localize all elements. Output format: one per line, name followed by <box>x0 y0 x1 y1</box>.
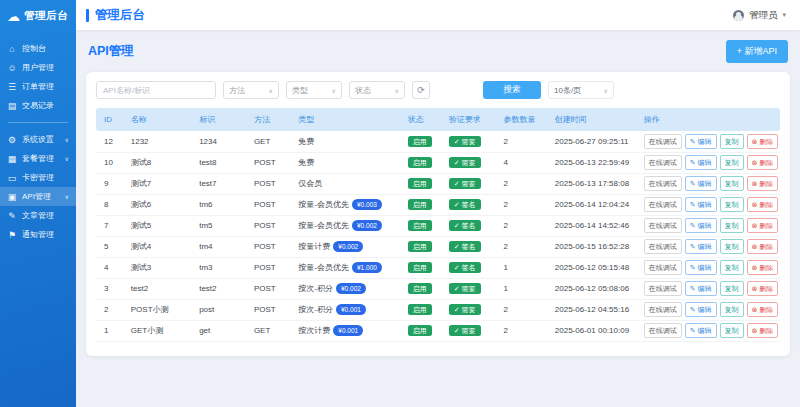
cell-status: 启用 <box>404 257 445 278</box>
debug-button[interactable]: 在线调试 <box>644 239 682 254</box>
reset-button[interactable]: ⟳ <box>412 81 430 99</box>
sidebar-item-transactions[interactable]: ▤交易记录 <box>0 96 76 115</box>
sidebar-item-dashboard[interactable]: ⌂控制台 <box>0 39 76 58</box>
cell-verify: ✓ 签名 <box>445 194 500 215</box>
sidebar-item-label: 套餐管理 <box>22 153 60 164</box>
sidebar-item-settings[interactable]: ⚙系统设置∨ <box>0 130 76 149</box>
cell-slug: test8 <box>195 152 250 173</box>
table-row: 7测试5tm5POST按量-会员优先¥0.002启用✓ 签名22025-06-1… <box>96 215 780 236</box>
search-input[interactable] <box>96 81 216 99</box>
column-header: 方法 <box>250 108 294 131</box>
edit-button[interactable]: ✎ 编辑 <box>685 134 717 149</box>
cell-method: POST <box>250 236 294 257</box>
copy-button[interactable]: 复制 <box>720 155 744 170</box>
debug-button[interactable]: 在线调试 <box>644 155 682 170</box>
cell-type: 按量-会员优先¥0.002 <box>294 215 403 236</box>
cell-verify: ✓ 签名 <box>445 236 500 257</box>
copy-button[interactable]: 复制 <box>720 323 744 338</box>
delete-button[interactable]: ⊗ 删除 <box>747 281 779 296</box>
delete-button[interactable]: ⊗ 删除 <box>747 323 779 338</box>
debug-button[interactable]: 在线调试 <box>644 218 682 233</box>
edit-button[interactable]: ✎ 编辑 <box>685 155 717 170</box>
cell-id: 8 <box>96 194 127 215</box>
cell-actions: 在线调试✎ 编辑复制⊗ 删除 <box>640 299 780 320</box>
cell-params: 2 <box>500 194 551 215</box>
copy-button[interactable]: 复制 <box>720 239 744 254</box>
cell-method: POST <box>250 173 294 194</box>
sidebar-item-api[interactable]: ▣API管理∨ <box>0 187 76 206</box>
sidebar-item-cards[interactable]: ▭卡密管理 <box>0 168 76 187</box>
reset-icon: ⟳ <box>417 85 425 95</box>
main-content: API管理 + 新增API 方法 ∨ 类型 ∨ 状态 ∨ ⟳ 搜索 10条/页 <box>76 30 800 407</box>
status-badge: 启用 <box>408 136 432 147</box>
cell-created: 2025-06-12 04:55:16 <box>551 299 640 320</box>
user-menu[interactable]: 管理员 ▾ <box>733 9 786 22</box>
cell-name: 测试4 <box>127 236 195 257</box>
cell-type: 免费 <box>294 152 403 173</box>
cell-verify: ✓ 签名 <box>445 257 500 278</box>
type-label: 免费 <box>298 157 314 168</box>
debug-button[interactable]: 在线调试 <box>644 260 682 275</box>
delete-button[interactable]: ⊗ 删除 <box>747 176 779 191</box>
edit-button[interactable]: ✎ 编辑 <box>685 197 717 212</box>
edit-button[interactable]: ✎ 编辑 <box>685 323 717 338</box>
edit-button[interactable]: ✎ 编辑 <box>685 176 717 191</box>
search-button[interactable]: 搜索 <box>483 81 541 99</box>
status-select[interactable]: 状态 ∨ <box>349 81 405 99</box>
notifications-icon: ⚑ <box>7 230 17 240</box>
cell-id: 1 <box>96 320 127 341</box>
delete-button[interactable]: ⊗ 删除 <box>747 134 779 149</box>
sidebar-item-users[interactable]: ☺用户管理 <box>0 58 76 77</box>
delete-button[interactable]: ⊗ 删除 <box>747 218 779 233</box>
edit-button[interactable]: ✎ 编辑 <box>685 239 717 254</box>
price-badge: ¥0.002 <box>333 241 363 252</box>
debug-button[interactable]: 在线调试 <box>644 176 682 191</box>
type-select[interactable]: 类型 ∨ <box>286 81 342 99</box>
edit-button[interactable]: ✎ 编辑 <box>685 260 717 275</box>
cell-params: 2 <box>500 173 551 194</box>
sidebar-item-orders[interactable]: ☰订单管理 <box>0 77 76 96</box>
sidebar-item-notifications[interactable]: ⚑通知管理 <box>0 225 76 244</box>
delete-button[interactable]: ⊗ 删除 <box>747 302 779 317</box>
copy-button[interactable]: 复制 <box>720 260 744 275</box>
copy-button[interactable]: 复制 <box>720 218 744 233</box>
copy-button[interactable]: 复制 <box>720 281 744 296</box>
debug-button[interactable]: 在线调试 <box>644 302 682 317</box>
sidebar-item-packages[interactable]: ▦套餐管理∨ <box>0 149 76 168</box>
cell-actions: 在线调试✎ 编辑复制⊗ 删除 <box>640 131 780 152</box>
delete-button[interactable]: ⊗ 删除 <box>747 155 779 170</box>
debug-button[interactable]: 在线调试 <box>644 197 682 212</box>
sidebar-item-label: 订单管理 <box>22 81 69 92</box>
edit-button[interactable]: ✎ 编辑 <box>685 218 717 233</box>
copy-button[interactable]: 复制 <box>720 302 744 317</box>
copy-button[interactable]: 复制 <box>720 197 744 212</box>
cell-id: 10 <box>96 152 127 173</box>
price-badge: ¥0.001 <box>333 325 363 336</box>
copy-button[interactable]: 复制 <box>720 134 744 149</box>
page-size-select[interactable]: 10条/页 ∨ <box>548 81 614 99</box>
delete-button[interactable]: ⊗ 删除 <box>747 239 779 254</box>
debug-button[interactable]: 在线调试 <box>644 281 682 296</box>
type-label: 按次-积分 <box>298 283 333 294</box>
cell-id: 4 <box>96 257 127 278</box>
api-icon: ▣ <box>7 192 17 202</box>
cell-status: 启用 <box>404 152 445 173</box>
edit-button[interactable]: ✎ 编辑 <box>685 302 717 317</box>
add-api-button[interactable]: + 新增API <box>726 40 788 63</box>
cell-created: 2025-06-12 05:15:48 <box>551 257 640 278</box>
cell-created: 2025-06-13 22:59:49 <box>551 152 640 173</box>
debug-button[interactable]: 在线调试 <box>644 134 682 149</box>
sidebar-item-articles[interactable]: ✎文章管理 <box>0 206 76 225</box>
cell-params: 2 <box>500 236 551 257</box>
delete-button[interactable]: ⊗ 删除 <box>747 260 779 275</box>
table-row: 2POST小测postPOST按次-积分¥0.001启用✓ 需要22025-06… <box>96 299 780 320</box>
copy-button[interactable]: 复制 <box>720 176 744 191</box>
cell-actions: 在线调试✎ 编辑复制⊗ 删除 <box>640 215 780 236</box>
debug-button[interactable]: 在线调试 <box>644 323 682 338</box>
edit-button[interactable]: ✎ 编辑 <box>685 281 717 296</box>
cell-status: 启用 <box>404 131 445 152</box>
delete-button[interactable]: ⊗ 删除 <box>747 197 779 212</box>
users-icon: ☺ <box>7 63 17 73</box>
method-select[interactable]: 方法 ∨ <box>223 81 279 99</box>
table-row: 8测试6tm6POST按量-会员优先¥0.003启用✓ 签名22025-06-1… <box>96 194 780 215</box>
